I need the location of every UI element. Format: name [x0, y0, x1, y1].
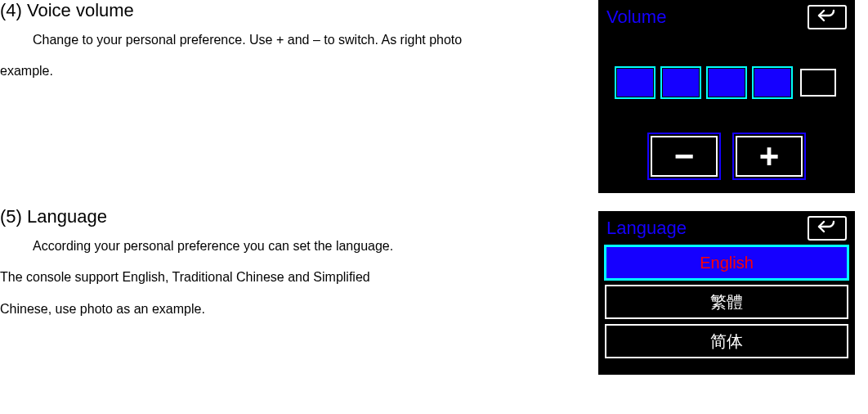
heading-voice-volume: (4) Voice volume: [0, 0, 588, 21]
volume-segment: [709, 69, 745, 97]
back-button[interactable]: [808, 216, 847, 241]
back-arrow-icon: [817, 9, 837, 25]
back-button[interactable]: [808, 5, 847, 29]
titlebar-language: Language: [598, 211, 855, 245]
language-list: English 繁體 简体: [598, 245, 855, 365]
language-option-traditional-chinese[interactable]: 繁體: [605, 285, 848, 319]
screen-title-volume: Volume: [606, 7, 666, 28]
device-screenshot-language: Language English 繁體 简体: [598, 211, 855, 375]
body-voice-volume-line2: example.: [0, 56, 588, 87]
minus-icon: −: [674, 139, 695, 173]
volume-segment: [617, 69, 653, 97]
body-voice-volume-line1: Change to your personal preference. Use …: [33, 25, 588, 56]
language-option-label: English: [700, 254, 754, 272]
section-language: (5) Language According your personal pre…: [0, 206, 548, 325]
device-screenshot-volume: Volume − +: [598, 0, 855, 193]
titlebar-volume: Volume: [598, 0, 855, 34]
language-option-label: 简体: [710, 331, 743, 353]
language-option-label: 繁體: [710, 291, 743, 313]
section-voice-volume: (4) Voice volume Change to your personal…: [0, 0, 588, 88]
heading-language: (5) Language: [0, 206, 548, 227]
volume-segment: [663, 69, 699, 97]
volume-segment: [754, 69, 790, 97]
body-language-line1: According your personal preference you c…: [33, 231, 548, 262]
volume-button-row: − +: [598, 136, 855, 177]
body-language-line2: The console support English, Traditional…: [0, 262, 548, 293]
back-arrow-icon: [817, 220, 837, 236]
body-language-line3: Chinese, use photo as an example.: [0, 294, 548, 325]
screen-title-language: Language: [606, 218, 687, 239]
volume-level-bar: [598, 34, 855, 97]
volume-minus-button[interactable]: −: [651, 136, 718, 177]
plus-icon: +: [759, 139, 780, 173]
language-option-english[interactable]: English: [605, 245, 848, 280]
language-option-simplified-chinese[interactable]: 简体: [605, 324, 848, 358]
volume-segment: [800, 69, 836, 97]
volume-plus-button[interactable]: +: [736, 136, 803, 177]
